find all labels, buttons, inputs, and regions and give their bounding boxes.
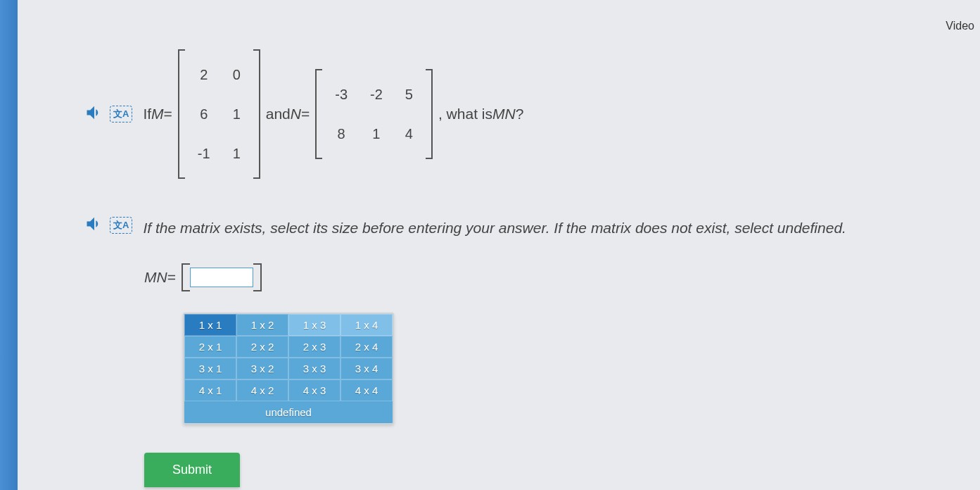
size-2x3[interactable]: 2 x 3 — [288, 336, 341, 358]
instruction-row: 文A If the matrix exists, select its size… — [84, 214, 952, 242]
speaker-icon[interactable] — [84, 103, 104, 125]
size-1x4[interactable]: 1 x 4 — [341, 314, 393, 336]
size-2x4[interactable]: 2 x 4 — [341, 336, 393, 358]
icon-group-2: 文A — [84, 214, 132, 237]
size-4x3[interactable]: 4 x 3 — [288, 379, 341, 401]
size-1x2[interactable]: 1 x 2 — [236, 314, 288, 336]
size-3x4[interactable]: 3 x 4 — [341, 358, 393, 379]
n-cell: 8 — [324, 114, 359, 153]
m-cell: 1 — [222, 134, 252, 173]
size-undefined[interactable]: undefined — [184, 401, 393, 423]
size-1x3[interactable]: 1 x 3 — [288, 314, 341, 336]
text-and: and — [266, 98, 291, 130]
size-2x2[interactable]: 2 x 2 — [236, 336, 288, 358]
text-qmark: ? — [516, 98, 524, 130]
speaker-icon[interactable] — [84, 214, 104, 237]
size-3x3[interactable]: 3 x 3 — [288, 358, 341, 379]
n-cell: 1 — [359, 114, 394, 153]
var-n: N — [291, 98, 301, 130]
n-cell: -2 — [359, 75, 394, 114]
translate-icon[interactable]: 文A — [110, 217, 132, 234]
var-m: M — [151, 98, 164, 130]
matrix-n: -3-25 814 — [315, 69, 433, 159]
content-area: 文A If M = 20 61 -11 and N = -3-25 814 — [42, 0, 980, 487]
size-1x1[interactable]: 1 x 1 — [184, 314, 236, 336]
m-cell: -1 — [186, 134, 222, 173]
size-4x4[interactable]: 4 x 4 — [341, 379, 393, 401]
answer-label: MN — [144, 269, 167, 286]
matrix-m: 20 61 -11 — [178, 49, 260, 179]
question-text: If M = 20 61 -11 and N = -3-25 814 , wha… — [143, 49, 523, 179]
instruction-text: If the matrix exists, select its size be… — [143, 214, 846, 242]
size-4x1[interactable]: 4 x 1 — [184, 379, 236, 401]
icon-group: 文A — [84, 103, 132, 125]
answer-row: MN = — [144, 263, 952, 291]
size-4x2[interactable]: 4 x 2 — [236, 379, 288, 401]
left-sidebar-accent — [0, 0, 18, 490]
answer-input[interactable] — [190, 268, 253, 287]
submit-button[interactable]: Submit — [144, 453, 240, 487]
n-cell: 5 — [394, 75, 424, 114]
text-equals: = — [164, 98, 172, 130]
text-if: If — [143, 98, 151, 130]
question-row: 文A If M = 20 61 -11 and N = -3-25 814 — [84, 49, 952, 179]
answer-equals: = — [167, 269, 176, 286]
n-cell: -3 — [324, 75, 359, 114]
text-equals2: = — [301, 98, 310, 130]
m-cell: 6 — [186, 94, 222, 134]
var-mn: MN — [492, 98, 516, 130]
n-cell: 4 — [394, 114, 424, 153]
size-3x1[interactable]: 3 x 1 — [184, 358, 236, 379]
translate-icon[interactable]: 文A — [110, 106, 132, 122]
m-cell: 2 — [186, 55, 222, 94]
m-cell: 1 — [222, 94, 252, 134]
size-grid: 1 x 1 1 x 2 1 x 3 1 x 4 2 x 1 2 x 2 2 x … — [183, 313, 394, 425]
m-cell: 0 — [222, 55, 252, 94]
answer-matrix — [182, 263, 262, 291]
text-suffix: , what is — [438, 98, 492, 130]
size-2x1[interactable]: 2 x 1 — [184, 336, 236, 358]
size-3x2[interactable]: 3 x 2 — [236, 358, 288, 379]
